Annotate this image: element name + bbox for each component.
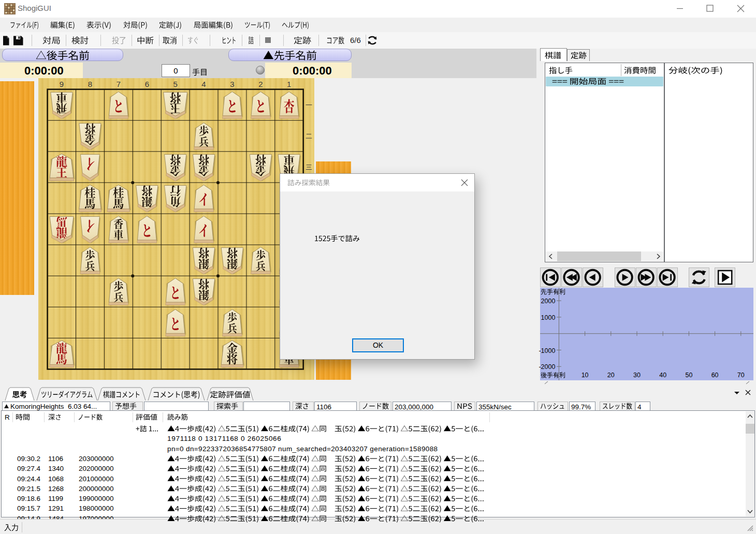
svg-text:3: 3 bbox=[230, 80, 234, 88]
svg-text:2: 2 bbox=[258, 80, 263, 88]
svg-text:7: 7 bbox=[117, 80, 121, 88]
svg-text:8: 8 bbox=[88, 80, 92, 88]
svg-text:9: 9 bbox=[60, 80, 64, 88]
svg-text:5: 5 bbox=[173, 80, 177, 88]
svg-text:6: 6 bbox=[145, 80, 149, 88]
svg-text:4: 4 bbox=[201, 80, 206, 88]
svg-text:1: 1 bbox=[287, 80, 291, 88]
